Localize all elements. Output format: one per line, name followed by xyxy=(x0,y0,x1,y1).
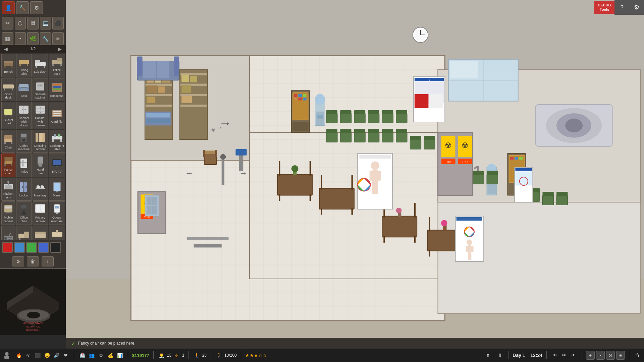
fire-icon[interactable]: 🔥 xyxy=(15,351,23,359)
svg-rect-27 xyxy=(53,86,61,88)
furniture-kitchen-sink[interactable]: Kitchen sink xyxy=(1,178,15,201)
tool-wrench[interactable]: 🔧 xyxy=(40,32,51,45)
panel-prev[interactable]: ◀ xyxy=(3,46,9,52)
money-icon-btn[interactable]: 💰 xyxy=(106,351,114,359)
action-move[interactable]: ↕ xyxy=(42,256,54,266)
zoom-fit-btn[interactable]: ⊞ xyxy=(616,351,625,360)
cog-icon[interactable]: ⚙ xyxy=(97,351,105,359)
color-black[interactable] xyxy=(50,242,61,253)
furniture-bench[interactable]: Bench xyxy=(1,54,15,77)
svg-rect-169 xyxy=(293,93,308,120)
color-blue[interactable] xyxy=(14,242,25,253)
office-desk-2-label: Office desk xyxy=(2,93,14,100)
svg-rect-59 xyxy=(60,139,62,142)
furniture-card-file[interactable]: Card file xyxy=(49,102,65,129)
grid-icon[interactable]: ⬛ xyxy=(34,351,42,359)
hand-dryer-label: Hand dryer xyxy=(34,168,47,175)
sep-8 xyxy=(546,351,547,359)
svg-rect-240 xyxy=(519,157,523,160)
svg-rect-260 xyxy=(352,175,353,190)
svg-rect-196 xyxy=(340,129,351,133)
furniture-locker[interactable]: Locker xyxy=(16,178,32,201)
furniture-cabinet-doors[interactable]: Cabinet with doors xyxy=(16,102,32,129)
bio-hazard-icon[interactable]: ☣ xyxy=(24,351,32,359)
furniture-equipment-table[interactable]: Equipment table xyxy=(49,130,65,153)
layer-eye-2[interactable]: 👁 xyxy=(560,351,568,359)
tool-settings[interactable]: ⚙ xyxy=(30,1,43,14)
queue-stat: 🚶 13/200 xyxy=(215,351,237,359)
furniture-chair[interactable]: Chair xyxy=(1,130,15,153)
furniture-reception-desk-left[interactable]: Reception desk left xyxy=(16,226,32,240)
furniture-bookcase[interactable]: Bookcase xyxy=(49,78,65,102)
furniture-bedside-cabinet[interactable]: Bedside cabinet xyxy=(33,78,48,102)
furniture-queue-machine[interactable]: Queue machine xyxy=(49,201,65,225)
staff-icon[interactable]: 👥 xyxy=(88,351,96,359)
furniture-sofa[interactable]: Sofa xyxy=(16,78,32,102)
tool-display[interactable]: 🖥 xyxy=(27,17,39,29)
tool-pen[interactable]: ✏ xyxy=(52,32,64,45)
build-icon[interactable]: 🏥 xyxy=(78,351,86,359)
tool-person[interactable]: 👤 xyxy=(2,1,15,14)
furniture-dressing-screen[interactable]: Dressing screen xyxy=(33,130,48,153)
furniture-radio[interactable]: Radio xyxy=(1,226,15,240)
status-delete-btn[interactable]: 🗑 xyxy=(633,351,641,359)
zoom-reset-btn[interactable]: ⊙ xyxy=(606,351,615,360)
furniture-bucket-cart[interactable]: Bucket cart xyxy=(1,102,15,129)
info-tv-icon xyxy=(51,157,63,169)
heart-icon[interactable]: ❤ xyxy=(62,351,70,359)
furniture-privacy-screen[interactable]: Privacy screen xyxy=(33,201,48,225)
zoom-out-btn[interactable]: - xyxy=(596,351,605,360)
tool-cut[interactable]: ✂ xyxy=(2,17,13,29)
furniture-lab-desk[interactable]: Lab desk xyxy=(33,54,48,77)
furniture-meal-tray[interactable]: Meal tray xyxy=(33,178,48,201)
furniture-office-desk-1[interactable]: Office desk xyxy=(49,54,65,77)
furniture-coffee-machine[interactable]: Coffee machine xyxy=(16,130,32,153)
panel-next[interactable]: ▶ xyxy=(57,46,63,52)
furniture-dining-table[interactable]: Dining table xyxy=(16,54,32,77)
action-settings[interactable]: ⚙ xyxy=(12,256,24,266)
furniture-mirror[interactable]: Mirror xyxy=(49,178,65,201)
svg-rect-212 xyxy=(215,150,217,157)
svg-point-289 xyxy=(467,239,472,245)
furniture-fancy-chair[interactable]: Fancy chair xyxy=(1,154,15,177)
furniture-reception-middle[interactable]: Reception middle xyxy=(33,226,48,240)
tool-plant[interactable]: 🌿 xyxy=(27,32,39,45)
svg-rect-102 xyxy=(55,206,59,208)
svg-rect-63 xyxy=(4,161,12,164)
speaker-icon[interactable]: 🔊 xyxy=(52,351,60,359)
settings-icon-button[interactable]: ⚙ xyxy=(629,0,644,15)
svg-rect-200 xyxy=(368,129,379,133)
color-green[interactable] xyxy=(26,242,37,253)
furniture-office-desk-2[interactable]: Office desk xyxy=(1,78,15,102)
color-red[interactable] xyxy=(2,242,13,253)
dining-table-icon xyxy=(18,56,30,68)
tool-monitor[interactable]: 💻 xyxy=(40,17,51,29)
furniture-cabinet-drawers[interactable]: Cabinet with drawers xyxy=(33,102,48,129)
svg-rect-305 xyxy=(147,197,152,205)
tool-objects[interactable]: ⬛ xyxy=(52,17,64,29)
scroll-down-btn[interactable]: ⬇ xyxy=(496,351,504,359)
action-delete[interactable]: 🗑 xyxy=(27,256,39,266)
help-button[interactable]: ? xyxy=(614,0,629,15)
tool-floor[interactable]: ▦ xyxy=(2,32,13,45)
tool-wall[interactable]: ▪ xyxy=(15,32,26,45)
scroll-up-btn[interactable]: ⬆ xyxy=(484,351,492,359)
furniture-info-tv[interactable]: Info TV xyxy=(49,154,65,177)
furniture-fridge[interactable]: Fridge xyxy=(16,154,32,177)
layer-eye-1[interactable]: 👁 xyxy=(551,351,559,359)
debug-tools-button[interactable]: DEBUG Tools xyxy=(594,1,614,14)
face-icon[interactable]: 😊 xyxy=(43,351,51,359)
furniture-reception-desk-middle[interactable]: Reception desk middle xyxy=(49,226,65,240)
svg-rect-220 xyxy=(415,94,429,108)
furniture-hand-dryer[interactable]: Hand dryer xyxy=(33,154,48,177)
color-dark-blue[interactable] xyxy=(38,242,49,253)
layer-eye-3[interactable]: 👁 xyxy=(570,351,578,359)
zoom-in-btn[interactable]: + xyxy=(586,351,595,360)
furniture-office-chair[interactable]: Office chair xyxy=(16,201,32,225)
tool-3d[interactable]: ⬡ xyxy=(15,17,26,29)
chart-icon[interactable]: 📊 xyxy=(116,351,124,359)
svg-text:NIGHT-DU...: NIGHT-DU... xyxy=(26,329,40,331)
furniture-mobile-cabinet[interactable]: Mobile cabinet xyxy=(1,201,15,225)
panel-nav: ◀ 1/2 ▶ xyxy=(0,45,66,53)
tool-hammer[interactable]: 🔨 xyxy=(16,1,29,14)
